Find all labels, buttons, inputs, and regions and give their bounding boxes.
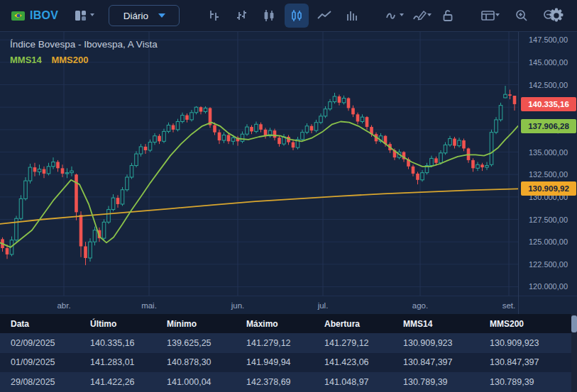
candle — [75, 174, 78, 212]
chart-svg — [0, 32, 518, 296]
chart-layout-button[interactable] — [68, 4, 100, 27]
candle — [434, 158, 438, 162]
time-axis[interactable]: abr.mai.jun.jul.ago.set. — [0, 296, 577, 314]
mms14-legend-label[interactable]: MMS14 — [10, 55, 42, 65]
candle — [430, 158, 434, 165]
axis-corner — [518, 296, 577, 314]
candle — [144, 147, 148, 150]
chart-area: Índice Bovespa - Ibovespa, A Vista MMS14… — [0, 32, 577, 314]
histogram-icon[interactable] — [340, 4, 364, 28]
candle — [61, 168, 65, 174]
candle — [310, 126, 314, 130]
candle — [301, 133, 304, 140]
candle — [412, 167, 415, 174]
candle — [259, 124, 263, 130]
candle — [241, 134, 244, 141]
price-tick-label: 135.000,00 — [519, 148, 577, 157]
price-tick-label: 125.000,00 — [519, 237, 577, 246]
table-cell: 29/08/2025 — [11, 377, 90, 387]
top-toolbar: IBOV Diário — [0, 0, 577, 32]
candle — [342, 99, 346, 103]
candle — [495, 120, 498, 133]
candle — [190, 113, 194, 120]
candle — [471, 160, 475, 168]
table-cell: 130.909,923 — [490, 338, 577, 348]
month-label: set. — [502, 301, 516, 310]
candle — [277, 138, 281, 144]
table-cell: 130.789,39 — [403, 377, 490, 387]
month-label: jul. — [318, 301, 329, 310]
candle — [70, 171, 74, 173]
candle — [6, 248, 9, 254]
candle — [292, 142, 295, 148]
month-label: jun. — [231, 301, 245, 310]
scrollbar-thumb[interactable] — [571, 315, 577, 332]
candle — [356, 114, 360, 121]
candle — [84, 247, 87, 258]
mms200-badge: 130.909,92 — [521, 181, 576, 196]
candles-filled-icon[interactable] — [257, 4, 281, 28]
candle — [231, 138, 235, 141]
interval-label: Diário — [123, 11, 148, 21]
candle — [148, 142, 152, 150]
price-tick-label: 147.500,00 — [519, 35, 577, 44]
mms200-legend-label[interactable]: MMS200 — [51, 55, 88, 65]
candle — [504, 94, 507, 98]
candle — [172, 125, 175, 130]
table-cell: 141.283,01 — [90, 357, 167, 367]
candle — [490, 133, 493, 165]
table-scrollbar[interactable] — [571, 314, 577, 392]
panel-layout-icon[interactable] — [476, 4, 500, 28]
candle — [130, 166, 133, 177]
table-row[interactable]: 01/09/2025141.283,01140.878,30141.949,94… — [0, 353, 577, 373]
candlestick-plot[interactable] — [0, 32, 518, 296]
candle — [213, 125, 216, 133]
zoom-in-icon[interactable] — [510, 4, 534, 28]
table-row[interactable]: 02/09/2025140.335,16139.625,25141.279,12… — [0, 333, 577, 353]
interval-dropdown[interactable]: Diário — [109, 5, 180, 26]
unlock-icon[interactable] — [436, 4, 460, 28]
candle — [204, 108, 207, 111]
chevron-down-icon — [158, 13, 165, 18]
column-header: Abertura — [324, 319, 403, 329]
candle — [47, 167, 50, 174]
candle — [421, 173, 424, 180]
table-cell: 141.423,06 — [324, 357, 403, 367]
candles-hollow-icon[interactable] — [285, 4, 309, 28]
mms14-badge: 137.906,28 — [521, 119, 576, 133]
candle — [194, 107, 198, 113]
candle — [351, 108, 355, 114]
candle — [458, 140, 461, 146]
price-tick-label: 132.500,00 — [519, 170, 577, 179]
last-price-badge: 140.335,16 — [521, 97, 576, 111]
candle — [199, 107, 203, 111]
hlc-bars-icon[interactable] — [202, 4, 226, 28]
table-body: 02/09/2025140.335,16139.625,25141.279,12… — [0, 333, 577, 392]
candle — [102, 222, 106, 238]
candle — [126, 177, 129, 190]
chevron-down-icon — [427, 13, 432, 16]
column-header: Mínimo — [167, 319, 246, 329]
candle — [218, 133, 221, 140]
candle — [449, 139, 452, 145]
price-tick-label: 122.500,00 — [519, 260, 577, 269]
candle — [153, 136, 157, 142]
candle — [250, 127, 253, 131]
symbol-selector[interactable]: IBOV — [0, 9, 68, 22]
column-header: Data — [11, 319, 90, 329]
price-axis[interactable]: 147.500,00145.000,00142.500,00140.000,00… — [518, 32, 577, 296]
table-cell: 130.789,39 — [490, 377, 577, 387]
candle — [38, 169, 41, 172]
settings-gear-icon[interactable] — [544, 4, 568, 28]
candle — [176, 121, 180, 129]
candle — [28, 167, 32, 181]
candle — [333, 96, 336, 102]
freehand-draw-icon[interactable] — [380, 4, 405, 28]
price-tick-label: 145.000,00 — [519, 58, 577, 67]
table-row[interactable]: 29/08/2025141.422,26141.000,04142.378,69… — [0, 372, 577, 392]
pencil-draw-icon[interactable] — [408, 4, 432, 28]
candle — [116, 198, 120, 204]
ohlc-bars-icon[interactable] — [229, 4, 253, 28]
candle — [89, 242, 92, 258]
line-chart-icon[interactable] — [312, 4, 336, 28]
